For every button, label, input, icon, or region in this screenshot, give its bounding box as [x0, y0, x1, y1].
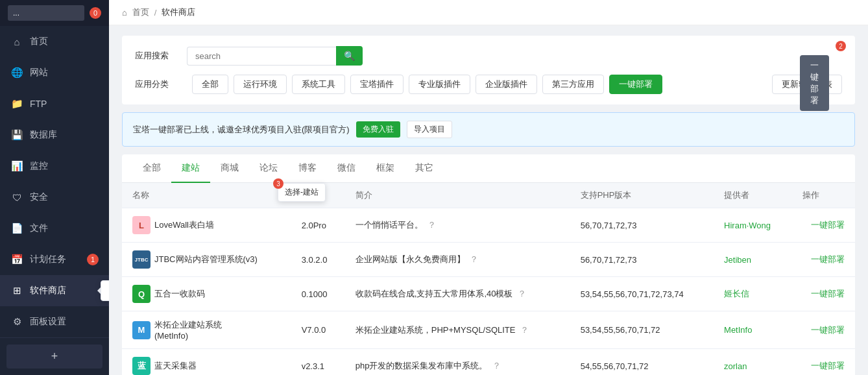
category-btn-宝塔插件[interactable]: 宝塔插件: [350, 75, 404, 94]
sidebar-item-label-panel: 面板设置: [30, 316, 66, 328]
category-btn-系统工具[interactable]: 系统工具: [292, 75, 345, 94]
app-name-cell-3: M米拓企业建站系统 (MetInfo): [122, 311, 291, 349]
provider-1: Jetiben: [714, 243, 792, 277]
help-icon-4[interactable]: ？: [490, 361, 501, 370]
table-row: 蓝蓝天采集器v2.3.1php开发的数据采集发布庫中系统。 ？54,55,56,…: [122, 349, 855, 376]
sidebar-title: ...: [8, 5, 84, 21]
sidebar-item-label-files: 文件: [30, 223, 48, 234]
tab-section: 全部建站商城论坛博客微信框架其它选择-建站3 名称版本简介支持PHP版本提供者操…: [122, 154, 855, 375]
app-name-cell-0: LLoveWall表白墙: [122, 208, 291, 243]
provider-2: 姬长信: [714, 277, 792, 311]
sidebar-item-tasks[interactable]: 📅计划任务1: [0, 244, 109, 275]
add-button[interactable]: +: [6, 345, 102, 369]
category-btn-一键部署[interactable]: 一键部署: [609, 75, 662, 94]
tab-博客[interactable]: 博客: [288, 154, 327, 183]
breadcrumb-current: 软件商店: [162, 6, 195, 18]
col-header-名称: 名称: [122, 183, 291, 208]
app-icon-4: 蓝: [132, 357, 151, 375]
sidebar-item-website[interactable]: 🌐网站: [0, 57, 109, 88]
provider-link-0[interactable]: Hiram·Wong: [724, 221, 771, 230]
notification-badge: 0: [90, 7, 101, 19]
sidebar-item-label-software: 软件商店: [30, 285, 66, 296]
tab-建站[interactable]: 建站: [171, 154, 210, 183]
import-project-button[interactable]: 导入项目: [407, 121, 452, 138]
search-button[interactable]: 🔍: [336, 46, 363, 66]
app-name-cell-1: JTBCJTBC网站内容管理系统(v3): [122, 243, 291, 277]
sidebar-item-security[interactable]: 🛡安全: [0, 182, 109, 213]
tab-商城[interactable]: 商城: [210, 154, 249, 183]
website-icon: 🌐: [10, 66, 23, 79]
software-tooltip: 软件商店: [101, 280, 109, 301]
app-name-1: JTBC网站内容管理系统(v3): [154, 254, 258, 265]
category-btn-运行环境[interactable]: 运行环境: [234, 75, 287, 94]
category-label: 应用分类: [135, 79, 187, 90]
app-name-cell-4: 蓝蓝天采集器: [122, 349, 291, 376]
tab-框架[interactable]: 框架: [366, 154, 405, 183]
sidebar-item-ftp[interactable]: 📁FTP: [0, 88, 109, 119]
sidebar-item-panel[interactable]: ⚙面板设置: [0, 306, 109, 337]
search-input[interactable]: [187, 47, 336, 66]
sidebar-item-database[interactable]: 💾数据库: [0, 119, 109, 151]
search-label: 应用搜索: [135, 50, 187, 62]
sidebar-item-home[interactable]: ⌂首页: [0, 26, 109, 57]
col-header-简介: 简介: [345, 183, 570, 208]
sidebar-item-software[interactable]: ⊞软件商店软件商店: [0, 275, 109, 306]
help-icon-3[interactable]: ？: [518, 325, 529, 335]
category-row: 应用分类 全部运行环境系统工具宝塔插件专业版插件企业版插件第三方应用一键部署更新…: [135, 75, 842, 94]
breadcrumb-separator: /: [154, 8, 157, 18]
help-icon-1[interactable]: ？: [468, 254, 479, 264]
provider-link-4[interactable]: zorlan: [724, 361, 747, 371]
help-icon-2[interactable]: ？: [515, 289, 526, 298]
table-row: M米拓企业建站系统 (MetInfo)V7.0.0米拓企业建站系统，PHP+MY…: [122, 311, 855, 349]
sidebar-item-label-database: 数据库: [30, 129, 57, 141]
tab-tooltip: 选择-建站3: [278, 183, 326, 202]
tab-微信[interactable]: 微信: [327, 154, 366, 183]
category-btn-第三方应用[interactable]: 第三方应用: [542, 75, 604, 94]
free-join-button[interactable]: 免费入驻: [356, 121, 400, 138]
app-desc-4: php开发的数据采集发布庫中系统。 ？: [345, 349, 570, 376]
app-version-1: 3.0.2.0: [291, 243, 345, 277]
tab-论坛[interactable]: 论坛: [249, 154, 288, 183]
provider-link-2[interactable]: 姬长信: [724, 289, 749, 298]
sidebar-item-monitor[interactable]: 📊监控: [0, 151, 109, 182]
provider-link-1[interactable]: Jetiben: [724, 255, 751, 265]
app-desc-0: 一个悄悄话平台。 ？: [345, 208, 570, 243]
php-versions-0: 56,70,71,72,73: [570, 208, 714, 243]
tab-其它[interactable]: 其它: [405, 154, 444, 183]
php-versions-1: 56,70,71,72,73: [570, 243, 714, 277]
provider-link-3[interactable]: MetInfo: [724, 325, 752, 335]
sidebar: ... 0 ⌂首页🌐网站📁FTP💾数据库📊监控🛡安全📄文件📅计划任务1⊞软件商店…: [0, 0, 109, 375]
search-section: 应用搜索 🔍 一键部署 2 应用分类 全部运行环境系统工具宝塔插件专业版插件企业…: [122, 36, 855, 104]
deploy-btn-1[interactable]: 一键部署: [811, 254, 845, 264]
sidebar-item-label-security: 安全: [30, 191, 48, 203]
search-row: 应用搜索 🔍 一键部署 2: [135, 46, 842, 66]
main-content: ⌂ 首页 / 软件商店 应用搜索 🔍 一键部署 2 应用分类 全部运行环境系统工…: [109, 0, 868, 375]
category-btn-企业版插件[interactable]: 企业版插件: [476, 75, 537, 94]
sidebar-nav: ⌂首页🌐网站📁FTP💾数据库📊监控🛡安全📄文件📅计划任务1⊞软件商店软件商店⚙面…: [0, 26, 109, 337]
category-btn-专业版插件[interactable]: 专业版插件: [409, 75, 470, 94]
app-desc-1: 企业网站版【永久免费商用】 ？: [345, 243, 570, 277]
sidebar-item-label-home: 首页: [30, 36, 48, 47]
deploy-btn-3[interactable]: 一键部署: [811, 325, 845, 335]
app-version-2: 0.1000: [291, 277, 345, 311]
app-name-0: LoveWall表白墙: [154, 219, 214, 231]
category-btn-全部[interactable]: 全部: [192, 75, 228, 94]
sidebar-header: ... 0: [0, 0, 109, 26]
sidebar-item-label-ftp: FTP: [30, 99, 47, 109]
php-versions-4: 54,55,56,70,71,72: [570, 349, 714, 376]
deploy-btn-0[interactable]: 一键部署: [811, 220, 845, 230]
tab-全部[interactable]: 全部: [132, 154, 171, 183]
deploy-btn-4[interactable]: 一键部署: [811, 361, 845, 370]
sidebar-item-label-website: 网站: [30, 67, 48, 79]
provider-4: zorlan: [714, 349, 792, 376]
action-cell-3: 一键部署: [792, 311, 855, 349]
database-icon: 💾: [10, 128, 23, 141]
action-cell-4: 一键部署: [792, 349, 855, 376]
provider-3: MetInfo: [714, 311, 792, 349]
sidebar-item-files[interactable]: 📄文件: [0, 213, 109, 244]
deploy-btn-2[interactable]: 一键部署: [811, 289, 845, 298]
files-icon: 📄: [10, 222, 23, 235]
help-icon-0[interactable]: ？: [426, 220, 437, 230]
notice-banner: 宝塔一键部署已上线，诚邀全球优秀项目入驻(限项目官方) 免费入驻 导入项目: [122, 112, 855, 147]
one-key-deploy-top-button[interactable]: 一键部署: [800, 55, 829, 111]
